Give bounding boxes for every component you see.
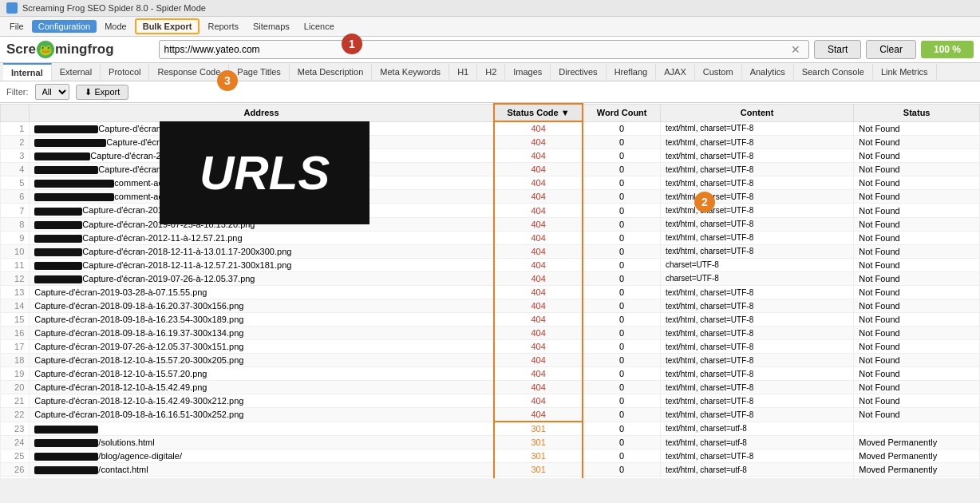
menu-bulk-export[interactable]: Bulk Export (135, 18, 200, 34)
table-row[interactable]: 15Capture-d'écran-2018-09-18-à-16.23.54-… (1, 313, 980, 327)
table-row[interactable]: 17Capture-d'écran-2019-07-26-à-12.05.37-… (1, 340, 980, 354)
tab-h2[interactable]: H2 (477, 64, 505, 80)
table-row[interactable]: 2Capture-d'écran-204040text/html, charse… (1, 136, 980, 149)
table-row[interactable]: 13Capture-d'écran-2019-03-28-à-07.15.55.… (1, 286, 980, 299)
cell-word-count: 0 (583, 299, 660, 313)
menu-configuration[interactable]: Configuration (32, 20, 97, 33)
table-row[interactable]: 25/blog/agence-digitale/3010text/html, c… (1, 450, 980, 463)
table-row[interactable]: 4Capture-d'écran-204040text/html, charse… (1, 163, 980, 176)
table-row[interactable]: 1Capture-d'écran-204040text/html, charse… (1, 121, 980, 136)
cell-word-count: 0 (583, 313, 660, 327)
cell-address: /blog/?p=4958&preview=true (30, 477, 494, 478)
menu-bar: File Configuration Mode Bulk Export Repo… (0, 17, 980, 37)
tab-internal[interactable]: Internal (3, 63, 52, 81)
table-row[interactable]: 11Capture-d'écran-2018-12-11-à-12.57.21-… (1, 258, 980, 271)
cell-word-count: 0 (583, 121, 660, 136)
filter-row: Filter: All ⬇ Export (0, 81, 980, 103)
tab-external[interactable]: External (52, 64, 101, 80)
cell-status-code: 404 (494, 258, 583, 271)
menu-licence[interactable]: Licence (298, 20, 341, 33)
url-input[interactable] (164, 44, 788, 55)
menu-sitemaps[interactable]: Sitemaps (247, 20, 296, 33)
col-word-count[interactable]: Word Count (583, 104, 660, 121)
tab-custom[interactable]: Custom (695, 64, 742, 80)
col-status[interactable]: Status (854, 104, 980, 121)
cell-word-count: 0 (583, 204, 660, 217)
table-row[interactable]: 8Capture-d'écran-2019-07-25-à-18.13.20.p… (1, 217, 980, 231)
cell-content: charset=UTF-8 (660, 258, 853, 271)
menu-reports[interactable]: Reports (201, 20, 245, 33)
col-status-code[interactable]: Status Code ▼ (494, 104, 583, 121)
cell-word-count: 0 (583, 231, 660, 244)
cell-status-text: Not Found (854, 231, 980, 244)
row-number: 1 (1, 121, 30, 136)
cell-status-code: 301 (494, 450, 583, 463)
menu-file[interactable]: File (3, 20, 30, 33)
table-row[interactable]: 12Capture-d'écran-2019-07-26-à-12.05.37.… (1, 271, 980, 285)
url-clear-button[interactable]: ✕ (788, 43, 804, 56)
table-row[interactable]: 18Capture-d'écran-2018-12-10-à-15.57.20-… (1, 354, 980, 367)
tab-images[interactable]: Images (505, 64, 551, 80)
tab-hreflang[interactable]: Hreflang (607, 64, 657, 80)
tab-protocol[interactable]: Protocol (101, 64, 149, 80)
cell-status-text: Not Found (854, 217, 980, 231)
table-row[interactable]: 22Capture-d'écran-2018-09-18-à-16.16.51-… (1, 408, 980, 422)
cell-status-text: Not Found (854, 176, 980, 190)
table-row[interactable]: 14Capture-d'écran-2018-09-18-à-16.20.37-… (1, 299, 980, 313)
table-row[interactable]: 3Capture-d'écran-204040text/html, charse… (1, 149, 980, 163)
cell-status-code: 404 (494, 176, 583, 190)
table-row[interactable]: 27/blog/?p=4958&preview=true3010text/htm… (1, 477, 980, 478)
col-content[interactable]: Content (660, 104, 853, 121)
tab-search-console[interactable]: Search Console (794, 64, 873, 80)
col-address[interactable]: Address (30, 104, 494, 121)
cell-status-text: Not Found (854, 299, 980, 313)
cell-status-code: 404 (494, 327, 583, 340)
cell-word-count: 0 (583, 258, 660, 271)
cell-word-count: 0 (583, 149, 660, 163)
row-number: 5 (1, 176, 30, 190)
tab-h1[interactable]: H1 (449, 64, 477, 80)
cell-status-code: 404 (494, 340, 583, 354)
tab-page-titles[interactable]: Page Titles (229, 64, 289, 80)
table-row[interactable]: 19Capture-d'écran-2018-12-10-à-15.57.20.… (1, 367, 980, 381)
cell-content: text/html, charset=UTF-8 (660, 217, 853, 231)
table-row[interactable]: 9Capture-d'écran-2012-11-à-12.57.21.png4… (1, 231, 980, 244)
table-row[interactable]: 5comment-accéder-a4040text/html, charset… (1, 176, 980, 190)
export-button[interactable]: ⬇ Export (76, 85, 129, 100)
table-row[interactable]: 20Capture-d'écran-2018-12-10-à-15.42.49.… (1, 381, 980, 394)
cell-content: text/html, charset=UTF-8 (660, 394, 853, 408)
tab-meta-keywords[interactable]: Meta Keywords (372, 64, 449, 80)
table-row[interactable]: 6comment-accéder-a4040text/html, charset… (1, 190, 980, 204)
row-number: 22 (1, 408, 30, 422)
clear-button[interactable]: Clear (866, 40, 916, 59)
table-row[interactable]: 24/solutions.html3010text/html, charset=… (1, 436, 980, 450)
cell-word-count: 0 (583, 422, 660, 436)
cell-address: Capture-d'écran-2019-07-26-à-12.05.37-30… (30, 340, 494, 354)
tab-link-metrics[interactable]: Link Metrics (873, 64, 937, 80)
cell-status-text: Not Found (854, 244, 980, 258)
cell-address: Capture-d'écran-2018-09-18-à-16.23.54-30… (30, 313, 494, 327)
tab-directives[interactable]: Directives (551, 64, 606, 80)
cell-status-text: Moved Permanently (854, 450, 980, 463)
cell-status-code: 404 (494, 121, 583, 136)
table-row[interactable]: 16Capture-d'écran-2018-09-18-à-16.19.37-… (1, 327, 980, 340)
table-row[interactable]: 26/contact.html3010text/html, charset=ut… (1, 463, 980, 477)
cell-content: text/html, charset=UTF-8 (660, 204, 853, 217)
tab-ajax[interactable]: AJAX (656, 64, 695, 80)
cell-status-code: 404 (494, 367, 583, 381)
table-row[interactable]: 21Capture-d'écran-2018-12-10-à-15.42.49-… (1, 394, 980, 408)
table-row[interactable]: 10Capture-d'écran-2018-12-11-à-13.01.17-… (1, 244, 980, 258)
start-button[interactable]: Start (814, 40, 861, 59)
filter-select[interactable]: All (35, 84, 69, 100)
table-row[interactable]: 233010text/html, charset=utf-8 (1, 422, 980, 436)
tab-analytics[interactable]: Analytics (742, 64, 794, 80)
table-row[interactable]: 7Capture-d'écran-2019-03-28-à-07.15.33-3… (1, 204, 980, 217)
urls-overlay: URLS (160, 121, 369, 224)
tab-meta-description[interactable]: Meta Description (290, 64, 373, 80)
cell-word-count: 0 (583, 327, 660, 340)
row-number: 15 (1, 313, 30, 327)
menu-mode[interactable]: Mode (98, 20, 133, 33)
cell-word-count: 0 (583, 340, 660, 354)
cell-status-code: 404 (494, 394, 583, 408)
cell-status-code: 404 (494, 299, 583, 313)
